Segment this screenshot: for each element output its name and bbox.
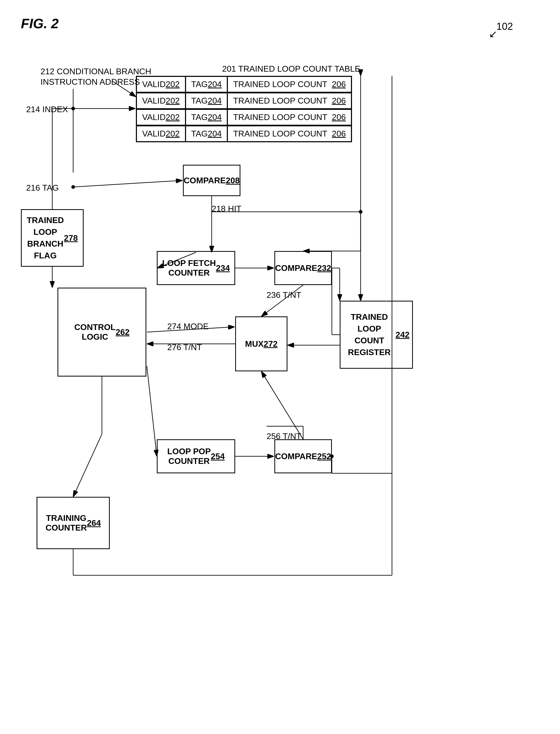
compare-252-box: COMPARE252 [274, 439, 332, 473]
table-row: VALID 202 TAG 204 TRAINED LOOP COUNT 206 [136, 109, 352, 126]
ref-arrow-icon: ↙ [489, 28, 497, 40]
svg-line-34 [261, 371, 303, 439]
tlc-cell: TRAINED LOOP COUNT 206 [227, 109, 351, 125]
compare-208-box: COMPARE208 [183, 165, 240, 196]
loop-fetch-counter-box: LOOP FETCHCOUNTER 234 [157, 251, 235, 285]
tlc-cell: TRAINED LOOP COUNT 206 [227, 126, 351, 142]
mux-272-box: MUX272 [235, 316, 287, 371]
hit-label: 218 HIT [212, 204, 241, 214]
tnt-276-label: 276 T/NT [167, 342, 202, 352]
table-row: VALID 202 TAG 204 TRAINED LOOP COUNT 206 [136, 92, 352, 109]
trained-loop-branch-flag-box: TRAINEDLOOPBRANCHFLAG 278 [21, 209, 84, 267]
tnt-256-label: 256 T/NT [267, 432, 301, 441]
valid-cell: VALID 202 [136, 76, 186, 92]
svg-line-30 [147, 366, 157, 456]
svg-point-5 [71, 185, 75, 189]
tag-label: 216 TAG [26, 183, 59, 193]
ref-number: 102 [497, 21, 513, 32]
svg-point-12 [359, 210, 362, 214]
valid-cell: VALID 202 [136, 93, 186, 109]
index-label: 214 INDEX [26, 105, 68, 114]
mode-label: 274 MODE [167, 321, 209, 331]
svg-point-2 [71, 107, 75, 110]
instruction-address-label: INSTRUCTION ADDRESS [41, 77, 140, 87]
valid-cell: VALID 202 [136, 126, 186, 142]
tag-cell: TAG 204 [186, 126, 228, 142]
svg-line-6 [73, 180, 182, 187]
loop-pop-counter-box: LOOP POPCOUNTER 254 [157, 439, 235, 473]
trained-loop-count-register-box: TRAINEDLOOP COUNTREGISTER242 [340, 301, 413, 369]
table-row: VALID 202 TAG 204 TRAINED LOOP COUNT 206 [136, 76, 352, 93]
tag-cell: TAG 204 [186, 93, 228, 109]
tag-cell: TAG 204 [186, 76, 228, 92]
table-row: VALID 202 TAG 204 TRAINED LOOP COUNT 206 [136, 125, 352, 142]
control-logic-box: CONTROLLOGIC262 [57, 288, 146, 377]
svg-line-17 [261, 285, 303, 316]
ref-num-text: 102 [497, 21, 513, 32]
fig-label: FIG. 2 [21, 16, 59, 31]
svg-line-29 [73, 434, 102, 497]
valid-cell: VALID 202 [136, 109, 186, 125]
tnt-236-label: 236 T/NT [267, 290, 301, 300]
training-counter-box: TRAININGCOUNTER264 [37, 497, 110, 549]
tag-cell: TAG 204 [186, 109, 228, 125]
trained-loop-count-table: VALID 202 TAG 204 TRAINED LOOP COUNT 206… [136, 76, 352, 142]
trained-loop-count-table-label: 201 TRAINED LOOP COUNT TABLE [222, 64, 360, 74]
tlc-cell: TRAINED LOOP COUNT 206 [227, 76, 351, 92]
conditional-branch-label: 212 CONDITIONAL BRANCH [41, 67, 151, 76]
compare-232-box: COMPARE232 [274, 251, 332, 285]
tlc-cell: TRAINED LOOP COUNT 206 [227, 93, 351, 109]
